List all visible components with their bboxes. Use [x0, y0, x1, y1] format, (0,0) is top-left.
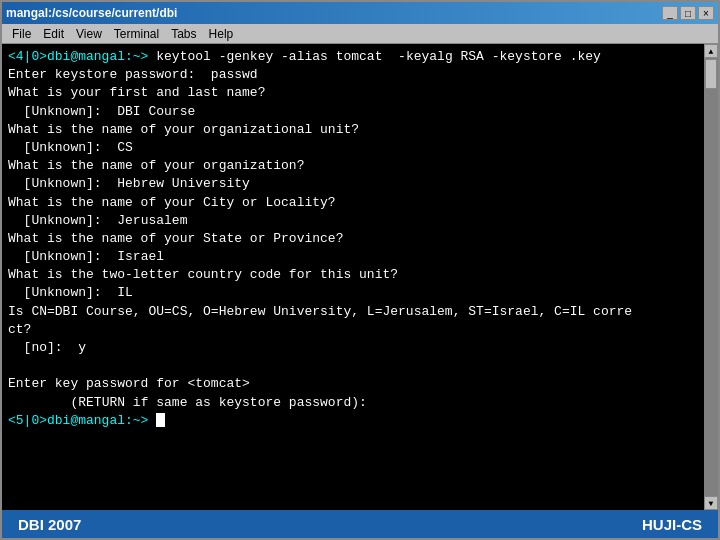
- cursor-blink: [156, 413, 165, 427]
- window-controls: _ □ ×: [662, 6, 714, 20]
- scroll-down-button[interactable]: ▼: [704, 496, 718, 510]
- menu-tabs[interactable]: Tabs: [165, 24, 202, 43]
- status-right-text: HUJI-CS: [642, 516, 702, 533]
- menu-bar: File Edit View Terminal Tabs Help: [2, 24, 718, 44]
- scrollbar[interactable]: ▲ ▼: [704, 44, 718, 510]
- window-title: mangal:/cs/course/current/dbi: [6, 6, 177, 20]
- menu-edit[interactable]: Edit: [37, 24, 70, 43]
- status-bar: DBI 2007 HUJI-CS: [2, 510, 718, 538]
- scroll-thumb[interactable]: [705, 59, 717, 89]
- maximize-button[interactable]: □: [680, 6, 696, 20]
- terminal-content: <4|0>dbi@mangal:~> keytool -genkey -alia…: [8, 48, 712, 430]
- status-left-text: DBI 2007: [18, 516, 81, 533]
- prompt-2: <5|0>dbi@mangal:~>: [8, 413, 148, 428]
- scroll-up-button[interactable]: ▲: [704, 44, 718, 58]
- menu-terminal[interactable]: Terminal: [108, 24, 165, 43]
- close-button[interactable]: ×: [698, 6, 714, 20]
- menu-view[interactable]: View: [70, 24, 108, 43]
- prompt-1: <4|0>dbi@mangal:~>: [8, 49, 148, 64]
- scroll-track: [704, 58, 718, 496]
- title-bar: mangal:/cs/course/current/dbi _ □ ×: [2, 2, 718, 24]
- menu-help[interactable]: Help: [203, 24, 240, 43]
- terminal-area[interactable]: <4|0>dbi@mangal:~> keytool -genkey -alia…: [2, 44, 718, 510]
- main-window: mangal:/cs/course/current/dbi _ □ × File…: [0, 0, 720, 540]
- menu-file[interactable]: File: [6, 24, 37, 43]
- minimize-button[interactable]: _: [662, 6, 678, 20]
